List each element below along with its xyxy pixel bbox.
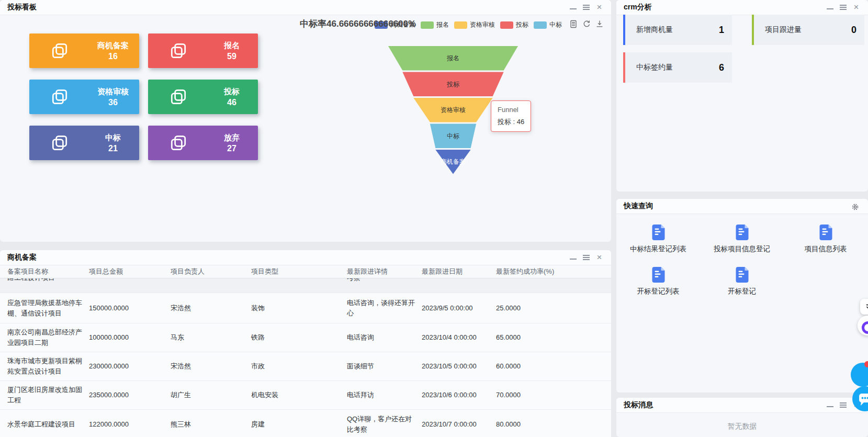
empty-data-text: 暂无数据 [616,422,868,431]
crm-card-label: 中标签约量 [623,63,673,72]
table-row[interactable]: 水景华庭工程建设项目122000.0000熊三林房建QQ详聊，客户还在对比考察2… [0,410,611,437]
gear-icon[interactable] [851,203,859,211]
crm-card-中标签约量[interactable]: 中标签约量 6 [623,52,732,83]
quick-link-中标结果登记列表[interactable]: 中标结果登记列表 [616,224,700,254]
close-icon[interactable] [596,4,603,11]
quick-query-title: 快速查询 [616,201,653,211]
menu-icon[interactable] [840,5,847,10]
legend-label: 资格审核 [470,20,495,29]
accent-bar [752,15,754,45]
cell-date: 2023/10/6 0:00:00 [422,390,496,400]
cell-date: 2023/10/4 0:00:00 [422,332,496,343]
quick-link-label: 中标结果登记列表 [630,244,686,254]
funnel-label: 中标 [447,132,460,140]
quick-query-grid: 中标结果登记列表 投标项目信息登记 项目信息列表 开标登记列表 开标登记 [616,224,868,296]
cell-name: 厦门区老旧房屋改造加固工程 [7,385,89,406]
quick-link-开标登记[interactable]: 开标登记 [700,266,784,296]
accent-bar [623,52,625,83]
save-image-icon[interactable] [595,20,604,28]
legend-label: 投标 [516,20,528,29]
cell-owner: 熊三林 [171,419,251,430]
cell-amount: 100000.0000 [89,332,171,343]
menu-icon[interactable] [583,5,590,10]
cell-owner: 马东 [171,332,251,343]
data-view-icon[interactable] [569,20,578,28]
cell-date: 2023/9/5 0:00:00 [422,303,496,313]
cell-name: 珠海市城市更新项目紫桐苑安置点设计项目 [7,356,89,377]
stat-card-放弃[interactable]: 放弃 27 [148,126,258,160]
document-icon [735,266,749,283]
cell-name: 路工程设计项目 [7,278,89,284]
stat-card-value: 27 [203,144,261,153]
cell-amount: 235000.0000 [89,390,171,400]
floating-chat-button[interactable] [852,386,868,411]
legend-item-中标[interactable]: 中标 [534,20,562,29]
minimize-icon[interactable] [570,259,577,260]
stat-card-报名[interactable]: 报名 59 [148,33,258,68]
minimize-icon[interactable] [570,8,577,9]
minimize-icon[interactable] [827,8,833,9]
tooltip-value: 投标 : 46 [498,117,524,127]
legend-swatch [500,21,513,29]
minimize-icon[interactable] [827,406,833,407]
quick-link-投标项目信息登记[interactable]: 投标项目信息登记 [700,224,784,254]
table-row-partial[interactable]: 路工程设计项目 考察 [0,278,611,293]
cell-type: 房建 [251,419,347,430]
cell-rate: 60.0000 [496,361,611,372]
stat-card-label: 中标 [84,133,142,143]
crm-card-label: 新增商机量 [623,25,673,35]
table-row[interactable]: 珠海市城市更新项目紫桐苑安置点设计项目230000.0000宋浩然市政面谈细节2… [0,352,611,381]
stat-card-资格审核[interactable]: 资格审核 36 [29,80,139,114]
cell-type: 市政 [251,361,347,372]
menu-icon[interactable] [583,255,590,260]
table-row[interactable]: 厦门区老旧房屋改造加固工程235000.0000胡广生机电安装电话拜访2023/… [0,381,611,410]
legend-item-报名[interactable]: 报名 [421,20,449,29]
close-icon[interactable] [596,254,603,261]
stat-card-商机备案[interactable]: 商机备案 16 [29,33,139,68]
quick-link-项目信息列表[interactable]: 项目信息列表 [784,224,867,254]
quick-link-开标登记列表[interactable]: 开标登记列表 [616,266,700,296]
copy-icon [169,133,188,152]
document-icon [819,224,833,241]
stat-card-投标[interactable]: 投标 46 [148,80,258,114]
crm-card-label: 项目跟进量 [752,25,802,35]
cell-date: 2023/10/7 0:00:00 [422,419,496,430]
stat-card-label: 放弃 [203,133,261,143]
stat-card-label: 资格审核 [84,87,142,97]
cell-detail: 电话咨询 [347,332,422,343]
floating-shortcut-button[interactable] [860,299,868,315]
cell-type: 机电安装 [251,390,347,400]
chat-bubble-icon [852,386,868,411]
crm-card-新增商机量[interactable]: 新增商机量 1 [623,15,732,45]
close-icon[interactable] [853,4,860,11]
crm-card-value: 1 [719,25,724,36]
crm-card-项目跟进量[interactable]: 项目跟进量 0 [752,15,864,45]
copy-icon [50,41,69,60]
cell-rate: 70.0000 [496,390,611,400]
cell-type: 装饰 [251,303,347,313]
cell-name: 水景华庭工程建设项目 [7,419,89,430]
table-body: 路工程设计项目 考察 应急管理局救援基地停车棚、通信设计项目150000.000… [0,278,611,437]
funnel-label: 资格审核 [441,106,466,114]
quick-query-header: 快速查询 [616,199,868,214]
legend-swatch [454,21,467,29]
legend-item-资格审核[interactable]: 资格审核 [454,20,495,29]
menu-icon[interactable] [840,402,847,408]
table-row[interactable]: 应急管理局救援基地停车棚、通信设计项目150000.0000宋浩然装饰电话咨询，… [0,293,611,323]
quick-link-label: 开标登记列表 [637,287,680,296]
crm-title: crm分析 [616,3,652,12]
legend-label: 中标 [549,20,562,29]
legend-swatch [421,21,434,29]
stat-card-中标[interactable]: 中标 21 [29,126,139,160]
column-header: 项目总金额 [89,267,171,276]
crm-card-value: 6 [719,62,724,73]
bid-board-title: 投标看板 [0,3,37,12]
chart-toolbox [569,20,604,28]
column-header: 备案项目名称 [7,267,89,276]
restore-icon[interactable] [582,20,591,28]
panel-crm: crm分析 新增商机量 1 项目跟进量 0 中标签约量 6 [616,0,868,192]
cell-rate: 80.0000 [496,419,611,430]
notification-badge [864,361,868,367]
legend-item-投标[interactable]: 投标 [500,20,528,29]
table-row[interactable]: 南京公司南昌总部经济产业园项目二期100000.0000马东铁路电话咨询2023… [0,323,611,352]
